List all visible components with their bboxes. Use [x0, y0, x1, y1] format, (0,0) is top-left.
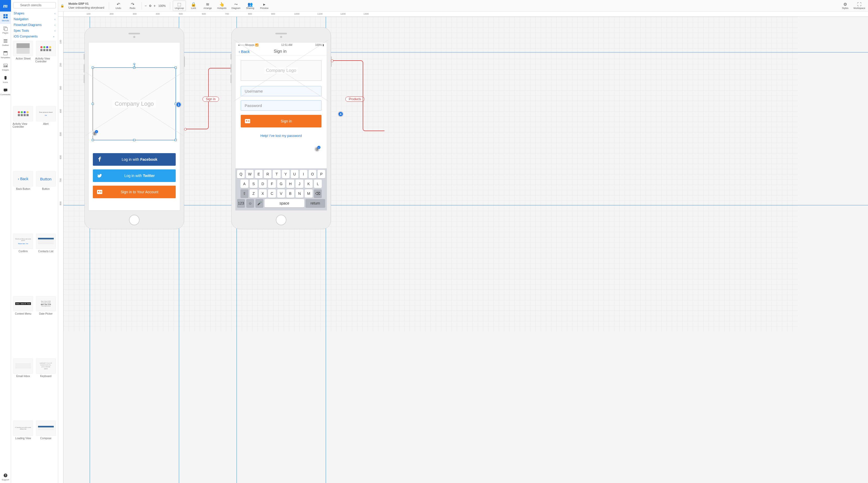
- keyboard-key[interactable]: L: [314, 180, 322, 188]
- stencil-activity-view-controller[interactable]: Activity View Controller: [35, 41, 57, 105]
- keyboard-key[interactable]: M: [305, 189, 313, 198]
- annotation-badge-2[interactable]: 2✓: [92, 131, 98, 136]
- app-logo[interactable]: m: [0, 0, 11, 11]
- annotation-badge-3[interactable]: 3✓: [314, 146, 320, 152]
- canvas[interactable]: Company Logo Log in with Facebook: [63, 17, 868, 483]
- password-field[interactable]: Password: [241, 100, 321, 111]
- stencil-action-sheet[interactable]: Action Sheet: [12, 41, 34, 105]
- zoom-fit-icon[interactable]: ⭘: [148, 4, 152, 8]
- keyboard-key[interactable]: ☺: [246, 199, 254, 207]
- stencil-button[interactable]: ButtonButton: [35, 171, 57, 232]
- arrange-button[interactable]: ≋Arrange: [201, 1, 214, 11]
- category-flowchart-diagrams[interactable]: Flowchart Diagrams‹: [11, 22, 58, 28]
- zoom-out-button[interactable]: −: [145, 4, 147, 8]
- ruler-vertical[interactable]: 100200300400500600700800: [58, 17, 63, 483]
- document-title[interactable]: Mobile ERP V1 User onboarding storyboard: [66, 2, 106, 9]
- facebook-login-button[interactable]: Log in with Facebook: [93, 153, 176, 166]
- keyboard-key[interactable]: ⌫: [314, 189, 322, 198]
- workspace-button[interactable]: ⛶Workspace: [853, 1, 866, 11]
- category-spec-tools[interactable]: Spec Tools‹: [11, 28, 58, 34]
- lock-button[interactable]: 🔒Lock: [187, 1, 200, 11]
- keyboard-key[interactable]: K: [305, 180, 313, 188]
- keyboard-key[interactable]: G: [277, 180, 285, 188]
- phone-frame-1[interactable]: Company Logo Log in with Facebook: [85, 27, 184, 229]
- undo-button[interactable]: ↶Undo: [112, 1, 125, 11]
- signin-submit-button[interactable]: Sign in: [241, 115, 321, 127]
- keyboard-key[interactable]: V: [277, 189, 285, 198]
- rail-stencils[interactable]: Stencils: [0, 11, 11, 24]
- keyboard-key[interactable]: space: [265, 199, 304, 207]
- signin-account-button[interactable]: Sign in to Your Account: [93, 186, 176, 198]
- rail-templates[interactable]: Templates: [0, 49, 11, 61]
- keyboard-key[interactable]: Q: [237, 170, 245, 178]
- keyboard-key[interactable]: return: [306, 199, 325, 207]
- keyboard-key[interactable]: 🎤: [255, 199, 263, 207]
- styles-button[interactable]: ⚙Styles: [839, 1, 852, 11]
- keyboard-key[interactable]: B: [286, 189, 294, 198]
- stencil-compose[interactable]: Compose: [35, 421, 57, 481]
- guide-horizontal[interactable]: [63, 205, 868, 205]
- hotspots-button[interactable]: 👆Hotspots: [215, 1, 228, 11]
- keyboard-key[interactable]: ⇧: [241, 189, 248, 198]
- keyboard-key[interactable]: Y: [282, 170, 289, 178]
- keyboard-key[interactable]: R: [264, 170, 271, 178]
- phone-frame-2[interactable]: ●○○○○ Moqups 📶 12:51 AM 100% ▮ ‹Back Sig…: [231, 27, 331, 229]
- ruler-horizontal[interactable]: 1002003004005006007008009001000110012001…: [63, 11, 868, 17]
- zoom-in-button[interactable]: +: [154, 4, 156, 8]
- zoom-level[interactable]: 100%: [157, 1, 167, 11]
- company-logo-placeholder[interactable]: Company Logo: [241, 60, 321, 81]
- stencil-alert[interactable]: Your pizza is here!OKAlert: [35, 106, 57, 170]
- diagram-button[interactable]: ⤳Diagram: [229, 1, 243, 11]
- keyboard[interactable]: QWERTYUIOP ASDFGHJKL ⇧ZXCVBNM⌫ 123☺🎤spac…: [236, 168, 327, 210]
- keyboard-key[interactable]: T: [273, 170, 280, 178]
- keyboard-key[interactable]: D: [259, 180, 267, 188]
- stencil-keyboard[interactable]: Q W E R T Y U I O PA S D F G H J K LZ X …: [35, 358, 57, 419]
- keyboard-key[interactable]: U: [291, 170, 299, 178]
- preview-button[interactable]: ▸Preview: [258, 1, 271, 11]
- stencil-back-button[interactable]: ‹ BackBack Button: [12, 171, 34, 232]
- rail-support[interactable]: ? Support: [0, 471, 11, 483]
- category-ios-components[interactable]: iOS Components⌄: [11, 34, 58, 39]
- category-shapes[interactable]: Shapes‹: [11, 10, 58, 16]
- rail-icons[interactable]: Icons: [0, 73, 11, 86]
- company-logo-placeholder[interactable]: Company Logo: [93, 68, 176, 140]
- guide-horizontal[interactable]: [63, 52, 868, 53]
- keyboard-key[interactable]: J: [296, 180, 303, 188]
- redo-button[interactable]: ↷Redo: [126, 1, 139, 11]
- nav-back-button[interactable]: ‹Back: [239, 49, 250, 54]
- keyboard-key[interactable]: H: [286, 180, 294, 188]
- rail-pages[interactable]: Pages: [0, 24, 11, 36]
- keyboard-key[interactable]: I: [300, 170, 307, 178]
- rail-images[interactable]: Images: [0, 61, 11, 73]
- keyboard-key[interactable]: X: [259, 189, 267, 198]
- keyboard-key[interactable]: W: [246, 170, 254, 178]
- sharing-button[interactable]: 👥Sharing: [244, 1, 257, 11]
- ungroup-button[interactable]: ⬚Ungroup: [173, 1, 186, 11]
- rail-outline[interactable]: Outline: [0, 36, 11, 49]
- stencil-loading-view[interactable]: ⟳ Sending your pizza order, please waitL…: [12, 421, 34, 481]
- stencil-activity-view-controller[interactable]: Activity View Controller: [12, 106, 34, 170]
- stencil-context-menu[interactable]: SelectSelect AllPasteContext Menu: [12, 296, 34, 357]
- stencil-contacts-list[interactable]: Contacts List: [35, 234, 57, 294]
- keyboard-key[interactable]: F: [268, 180, 276, 188]
- stencil-confirm[interactable]: Would you like to eat some pizza?Maybe l…: [12, 234, 34, 294]
- keyboard-key[interactable]: P: [317, 170, 325, 178]
- keyboard-key[interactable]: C: [268, 189, 276, 198]
- keyboard-key[interactable]: Z: [250, 189, 257, 198]
- rail-comments[interactable]: Comments: [0, 86, 11, 98]
- keyboard-key[interactable]: S: [250, 180, 257, 188]
- keyboard-key[interactable]: 123: [237, 199, 245, 207]
- keyboard-key[interactable]: N: [296, 189, 303, 198]
- stencil-date-picker[interactable]: Mon 5 Apr 15 58Tue 6 Apr 16 59Wed 7 Apr …: [35, 296, 57, 357]
- keyboard-key[interactable]: E: [255, 170, 262, 178]
- keyboard-key[interactable]: A: [241, 180, 248, 188]
- hotspot-label-signin[interactable]: Sign in: [203, 96, 219, 102]
- username-field[interactable]: Username: [241, 86, 321, 96]
- annotation-badge-1[interactable]: 1: [176, 102, 182, 107]
- forgot-password-link[interactable]: Help! I've lost my password: [241, 131, 321, 140]
- category-navigation[interactable]: Navigation‹: [11, 16, 58, 22]
- search-input[interactable]: [13, 2, 56, 8]
- twitter-login-button[interactable]: Log in with Twitter: [93, 169, 176, 182]
- stencil-email-inbox[interactable]: Email Inbox: [12, 358, 34, 419]
- keyboard-key[interactable]: O: [309, 170, 316, 178]
